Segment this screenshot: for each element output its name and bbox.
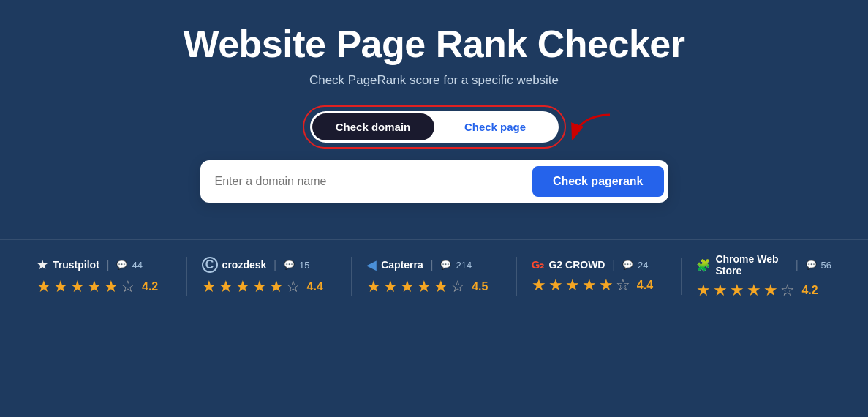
rating-chrome-web-store: 🧩 Chrome Web Store | 💬 56 ★ ★ ★ ★ ★ ☆ 4.… bbox=[682, 253, 846, 300]
trustpilot-review-icon: 💬 bbox=[116, 260, 127, 270]
page-subtitle: Check PageRank score for a specific webs… bbox=[309, 73, 559, 88]
chrome-score: 4.2 bbox=[801, 284, 818, 297]
red-border-highlight: Check domain Check page bbox=[303, 105, 566, 149]
crozdesk-icon: C bbox=[202, 257, 218, 273]
chrome-web-store-header: 🧩 Chrome Web Store | 💬 56 bbox=[696, 253, 831, 277]
trustpilot-review-count: 44 bbox=[132, 260, 142, 271]
rating-crozdesk: C crozdesk | 💬 15 ★ ★ ★ ★ ★ ☆ 4.4 bbox=[187, 257, 352, 296]
trustpilot-header: ★ Trustpilot | 💬 44 bbox=[37, 257, 143, 273]
trustpilot-name: Trustpilot bbox=[53, 259, 99, 271]
g2crowd-header: G₂ G2 CROWD | 💬 24 bbox=[532, 258, 649, 271]
capterra-name: Capterra bbox=[381, 259, 423, 271]
capterra-score: 4.5 bbox=[472, 280, 488, 293]
trustpilot-stars: ★ ★ ★ ★ ★ ☆ 4.2 bbox=[37, 277, 158, 296]
rating-g2crowd: G₂ G2 CROWD | 💬 24 ★ ★ ★ ★ ★ ☆ 4.4 bbox=[517, 258, 682, 295]
search-row: Check pagerank bbox=[200, 160, 668, 203]
capterra-review-count: 214 bbox=[456, 260, 472, 271]
chrome-web-store-icon: 🧩 bbox=[696, 258, 711, 272]
g2crowd-stars: ★ ★ ★ ★ ★ ☆ 4.4 bbox=[532, 276, 653, 295]
g2crowd-score: 4.4 bbox=[637, 279, 653, 292]
chrome-review-icon: 💬 bbox=[806, 260, 817, 270]
crozdesk-score: 4.4 bbox=[307, 280, 323, 293]
page-title: Website Page Rank Checker bbox=[184, 22, 685, 66]
g2crowd-icon: G₂ bbox=[532, 258, 545, 271]
crozdesk-review-count: 15 bbox=[299, 260, 309, 271]
domain-input[interactable] bbox=[215, 175, 532, 188]
toggle-wrapper: Check domain Check page bbox=[303, 105, 566, 149]
trustpilot-icon: ★ bbox=[37, 257, 48, 273]
chrome-review-count: 56 bbox=[821, 260, 831, 271]
crozdesk-review-icon: 💬 bbox=[284, 260, 295, 270]
g2crowd-review-count: 24 bbox=[638, 260, 648, 271]
ratings-row: ★ Trustpilot | 💬 44 ★ ★ ★ ★ ★ ☆ 4.2 C cr… bbox=[0, 239, 868, 307]
check-domain-button[interactable]: Check domain bbox=[312, 113, 434, 140]
capterra-stars: ★ ★ ★ ★ ★ ☆ 4.5 bbox=[366, 277, 488, 296]
trustpilot-score: 4.2 bbox=[142, 280, 158, 293]
rating-trustpilot: ★ Trustpilot | 💬 44 ★ ★ ★ ★ ★ ☆ 4.2 bbox=[22, 257, 187, 296]
chrome-stars: ★ ★ ★ ★ ★ ☆ 4.2 bbox=[696, 281, 818, 300]
capterra-header: ◀ Capterra | 💬 214 bbox=[366, 257, 472, 273]
check-page-button[interactable]: Check page bbox=[434, 113, 556, 140]
capterra-icon: ◀ bbox=[366, 257, 377, 273]
capterra-review-icon: 💬 bbox=[440, 260, 451, 270]
crozdesk-name: crozdesk bbox=[222, 259, 267, 271]
rating-capterra: ◀ Capterra | 💬 214 ★ ★ ★ ★ ★ ☆ 4.5 bbox=[352, 257, 517, 296]
crozdesk-header: C crozdesk | 💬 15 bbox=[202, 257, 310, 273]
crozdesk-stars: ★ ★ ★ ★ ★ ☆ 4.4 bbox=[202, 277, 323, 296]
g2crowd-name: G2 CROWD bbox=[548, 259, 605, 271]
arrow-indicator bbox=[566, 111, 617, 143]
check-pagerank-button[interactable]: Check pagerank bbox=[532, 166, 664, 197]
toggle-inner: Check domain Check page bbox=[310, 111, 559, 143]
g2crowd-review-icon: 💬 bbox=[622, 260, 633, 270]
chrome-web-store-name: Chrome Web Store bbox=[715, 253, 788, 277]
